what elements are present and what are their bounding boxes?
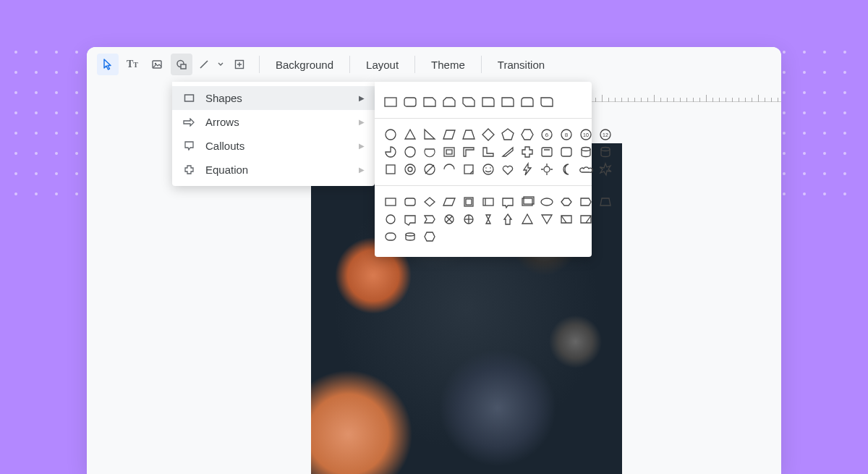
- shape-square[interactable]: [383, 162, 398, 177]
- image-tool[interactable]: [146, 54, 168, 75]
- shape-dodecagon[interactable]: 12: [598, 127, 613, 142]
- theme-button[interactable]: Theme: [424, 54, 472, 75]
- shape-frame[interactable]: [442, 145, 456, 159]
- shape-snip-same[interactable]: [442, 95, 456, 109]
- shape-flow-hex2[interactable]: [422, 229, 437, 244]
- shape-curved[interactable]: [461, 162, 476, 177]
- svg-rect-8: [184, 95, 193, 101]
- shape-flow-merge[interactable]: [403, 212, 417, 227]
- menu-label: Callouts: [205, 140, 349, 152]
- shape-decagon[interactable]: 10: [579, 127, 593, 142]
- shape-flow-rect[interactable]: [383, 195, 398, 209]
- shape-flow-tri[interactable]: [520, 212, 535, 227]
- shape-heart[interactable]: [501, 162, 515, 177]
- shape-flow-x[interactable]: [481, 212, 495, 227]
- shape-trapezoid[interactable]: [461, 127, 476, 142]
- shape-cross[interactable]: [520, 145, 535, 159]
- shape-tool[interactable]: [171, 54, 192, 75]
- shape-snip-diag[interactable]: [461, 95, 476, 109]
- shape-flow-rhombus[interactable]: [422, 195, 437, 209]
- shape-flow-doc[interactable]: [461, 195, 476, 209]
- shape-rectangle[interactable]: [383, 95, 398, 109]
- shape-snip-round[interactable]: [481, 95, 495, 109]
- shape-flow-up[interactable]: [501, 212, 515, 227]
- shape-parallelogram[interactable]: [442, 127, 456, 142]
- shape-flow-cross[interactable]: [442, 212, 456, 227]
- shape-rounded-rect[interactable]: [403, 95, 417, 109]
- shape-flow-io[interactable]: [520, 195, 535, 209]
- shape-cloud[interactable]: [579, 162, 593, 177]
- shape-plaque[interactable]: [559, 145, 574, 159]
- shape-flow-blank[interactable]: [442, 229, 456, 244]
- shape-heptagon[interactable]: 6: [540, 127, 554, 142]
- shape-arc[interactable]: [540, 145, 554, 159]
- shape-smiley[interactable]: [481, 162, 495, 177]
- shape-explosion[interactable]: [598, 162, 613, 177]
- svg-point-48: [386, 215, 395, 224]
- shape-octagon[interactable]: 8: [559, 127, 574, 142]
- shape-pie[interactable]: [383, 145, 398, 159]
- comment-tool[interactable]: [229, 54, 250, 75]
- background-button[interactable]: Background: [268, 54, 341, 75]
- shape-flow-multi[interactable]: [481, 195, 495, 209]
- shape-flow-para[interactable]: [442, 195, 456, 209]
- shape-flow-half1[interactable]: [559, 212, 574, 227]
- separator: [414, 56, 415, 73]
- line-tool[interactable]: [195, 54, 213, 75]
- svg-line-29: [425, 165, 434, 174]
- shape-half-frame[interactable]: [461, 145, 476, 159]
- svg-point-32: [485, 167, 487, 169]
- text-tool[interactable]: TT: [122, 54, 143, 75]
- menu-item-shapes[interactable]: Shapes ▶: [172, 86, 375, 110]
- select-tool[interactable]: [97, 54, 119, 75]
- svg-rect-39: [386, 198, 396, 206]
- line-dropdown[interactable]: [216, 54, 226, 75]
- shape-flow-trap[interactable]: [598, 195, 613, 209]
- shape-teardrop[interactable]: [403, 145, 417, 159]
- shape-round-single[interactable]: [501, 95, 515, 109]
- shape-diamond[interactable]: [481, 127, 495, 142]
- shape-flow-round[interactable]: [403, 195, 417, 209]
- svg-rect-3: [181, 64, 186, 69]
- shape-triangle[interactable]: [403, 127, 417, 142]
- shape-flow-pent[interactable]: [559, 195, 574, 209]
- shape-flow-data[interactable]: [501, 195, 515, 209]
- shape-round-same[interactable]: [520, 95, 535, 109]
- shape-moon[interactable]: [559, 162, 574, 177]
- svg-rect-22: [542, 148, 552, 156]
- shape-flow-down[interactable]: [540, 212, 554, 227]
- divider: [375, 118, 592, 119]
- shape-donut[interactable]: [403, 162, 417, 177]
- shape-sun[interactable]: [540, 162, 554, 177]
- shape-flow-circ[interactable]: [383, 212, 398, 227]
- shape-flow-db[interactable]: [422, 212, 437, 227]
- shape-folded[interactable]: [442, 162, 456, 177]
- shape-round-diag[interactable]: [540, 95, 554, 109]
- shape-flow-hex[interactable]: [579, 195, 593, 209]
- transition-button[interactable]: Transition: [490, 54, 552, 75]
- menu-item-equation[interactable]: Equation ▶: [172, 158, 375, 182]
- shape-cylinder[interactable]: [598, 145, 613, 159]
- svg-point-26: [405, 164, 415, 174]
- menu-item-arrows[interactable]: Arrows ▶: [172, 110, 375, 134]
- menu-item-callouts[interactable]: Callouts ▶: [172, 134, 375, 158]
- shape-flow-half2[interactable]: [579, 212, 593, 227]
- shape-flow-cyl[interactable]: [403, 229, 417, 244]
- chevron-right-icon: ▶: [359, 118, 365, 126]
- shape-flow-round2[interactable]: [383, 229, 398, 244]
- menu-label: Equation: [205, 164, 349, 176]
- shape-diag-stripe[interactable]: [501, 145, 515, 159]
- shape-right-tri[interactable]: [422, 127, 437, 142]
- shape-block-arc[interactable]: [422, 162, 437, 177]
- layout-button[interactable]: Layout: [359, 54, 406, 75]
- shape-can[interactable]: [579, 145, 593, 159]
- shape-lightning[interactable]: [520, 162, 535, 177]
- shape-l-shape[interactable]: [481, 145, 495, 159]
- shape-snip-single[interactable]: [422, 95, 437, 109]
- shape-flow-card[interactable]: [540, 195, 554, 209]
- shape-flow-plus[interactable]: [461, 212, 476, 227]
- shape-chord[interactable]: [422, 145, 437, 159]
- shape-circle[interactable]: [383, 127, 398, 142]
- shape-pentagon[interactable]: [501, 127, 515, 142]
- shape-hexagon[interactable]: [520, 127, 535, 142]
